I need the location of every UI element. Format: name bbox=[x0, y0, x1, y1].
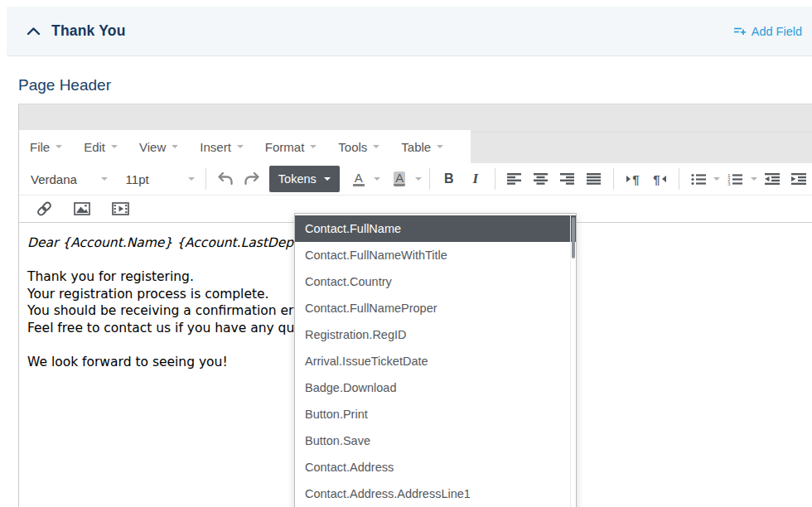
numbered-list-button[interactable]: 1 2 3 bbox=[723, 166, 747, 192]
add-field-button[interactable]: Add Field bbox=[733, 7, 802, 56]
chevron-down-icon bbox=[237, 145, 244, 148]
svg-text:3: 3 bbox=[727, 181, 731, 186]
menu-format[interactable]: Format bbox=[265, 140, 317, 154]
section-header-bar: Thank You Add Field bbox=[7, 7, 812, 56]
chevron-down-icon bbox=[437, 145, 443, 148]
insert-image-button[interactable] bbox=[70, 197, 94, 220]
align-left-button[interactable] bbox=[502, 166, 527, 192]
add-field-label: Add Field bbox=[752, 25, 802, 38]
background-color-button[interactable]: A bbox=[387, 166, 412, 192]
insert-media-button[interactable] bbox=[108, 197, 133, 220]
toolbar-separator bbox=[429, 168, 430, 190]
undo-button[interactable] bbox=[213, 166, 238, 192]
indent-button[interactable] bbox=[786, 166, 811, 192]
chevron-down-icon bbox=[310, 145, 317, 148]
menu-file[interactable]: File bbox=[30, 140, 62, 154]
redo-icon bbox=[244, 171, 260, 186]
chevron-down-icon bbox=[111, 145, 118, 148]
bullet-list-icon bbox=[691, 173, 706, 186]
numbered-list-icon: 1 2 3 bbox=[727, 173, 742, 186]
token-item-button-save[interactable]: Button.Save bbox=[295, 427, 576, 454]
toolbar-separator bbox=[613, 168, 614, 190]
token-item-arrival-issueticketdate[interactable]: Arrival.IssueTicketDate bbox=[295, 348, 576, 374]
text-color-icon: A bbox=[353, 171, 365, 187]
token-item-contact-fullnamewithtitle[interactable]: Contact.FullNameWithTitle bbox=[295, 242, 576, 268]
token-item-button-print[interactable]: Button.Print bbox=[295, 401, 576, 427]
toolbar-separator bbox=[205, 168, 206, 190]
indent-icon bbox=[791, 173, 806, 185]
toolbar-separator bbox=[679, 168, 679, 190]
add-field-icon bbox=[733, 26, 747, 36]
align-center-icon bbox=[534, 173, 548, 185]
token-item-contact-address[interactable]: Contact.Address bbox=[295, 454, 576, 480]
chevron-down-icon bbox=[172, 145, 178, 148]
editor-header-strip: File Edit View Insert Format Tools Table bbox=[19, 104, 812, 163]
text-color-button[interactable]: A bbox=[346, 166, 371, 192]
numbered-list-caret[interactable] bbox=[748, 177, 759, 181]
chevron-down-icon bbox=[56, 145, 62, 148]
menu-edit[interactable]: Edit bbox=[84, 140, 118, 154]
link-icon bbox=[35, 200, 54, 217]
italic-button[interactable]: I bbox=[463, 166, 488, 192]
background-color-caret[interactable] bbox=[413, 177, 423, 181]
insert-link-button[interactable] bbox=[31, 197, 56, 220]
token-item-registration-regid[interactable]: Registration.RegID bbox=[295, 321, 576, 348]
toolbar-row-1: Verdana 11pt Tokens A A bbox=[19, 163, 812, 195]
token-item-contact-country[interactable]: Contact.Country bbox=[295, 268, 576, 295]
dropdown-scrollbar-track bbox=[570, 214, 571, 507]
token-item-contact-fullnameproper[interactable]: Contact.FullNameProper bbox=[295, 295, 576, 321]
align-right-icon bbox=[560, 173, 574, 185]
align-center-button[interactable] bbox=[529, 166, 553, 192]
token-item-contact-fullname[interactable]: Contact.FullName bbox=[295, 215, 576, 242]
section-title: Thank You bbox=[51, 22, 126, 40]
media-icon bbox=[112, 202, 129, 215]
token-item-contact-address-addressline1[interactable]: Contact.Address.AddressLine1 bbox=[295, 480, 576, 507]
align-justify-icon bbox=[587, 173, 601, 185]
text-color-caret[interactable] bbox=[372, 177, 383, 181]
page-header-title: Page Header bbox=[18, 76, 111, 94]
chevron-down-icon bbox=[324, 177, 331, 181]
chevron-down-icon bbox=[188, 177, 195, 181]
rtl-button[interactable]: ¶ bbox=[647, 166, 672, 192]
editor-menubar: File Edit View Insert Format Tools Table bbox=[19, 130, 471, 163]
menu-view[interactable]: View bbox=[139, 140, 178, 154]
menu-table[interactable]: Table bbox=[401, 140, 443, 154]
bold-button[interactable]: B bbox=[437, 166, 462, 192]
toolbar-separator bbox=[495, 168, 495, 190]
align-left-icon bbox=[507, 173, 521, 185]
undo-icon bbox=[217, 171, 234, 186]
ltr-button[interactable]: ¶ bbox=[621, 166, 645, 192]
align-justify-button[interactable] bbox=[582, 166, 607, 192]
tokens-dropdown-menu: Contact.FullName Contact.FullNameWithTit… bbox=[294, 213, 577, 507]
rtl-icon bbox=[662, 176, 666, 182]
collapse-chevron-icon[interactable] bbox=[27, 27, 41, 36]
align-right-button[interactable] bbox=[555, 166, 580, 192]
token-item-badge-download[interactable]: Badge.Download bbox=[295, 374, 576, 401]
redo-button[interactable] bbox=[239, 166, 264, 192]
menu-insert[interactable]: Insert bbox=[200, 140, 244, 154]
bullet-list-button[interactable] bbox=[686, 166, 711, 192]
chevron-down-icon bbox=[373, 145, 379, 148]
dropdown-scrollbar-thumb[interactable] bbox=[572, 217, 575, 258]
font-family-select[interactable]: Verdana bbox=[26, 166, 113, 192]
menu-tools[interactable]: Tools bbox=[338, 140, 379, 154]
tokens-dropdown-button[interactable]: Tokens bbox=[269, 166, 340, 192]
font-size-select[interactable]: 11pt bbox=[121, 166, 200, 192]
bullet-list-caret[interactable] bbox=[712, 177, 723, 181]
background-color-icon: A bbox=[394, 171, 405, 187]
image-icon bbox=[74, 202, 90, 215]
chevron-down-icon bbox=[101, 177, 108, 181]
outdent-button[interactable] bbox=[760, 166, 785, 192]
outdent-icon bbox=[765, 173, 780, 185]
ltr-icon bbox=[626, 176, 631, 182]
